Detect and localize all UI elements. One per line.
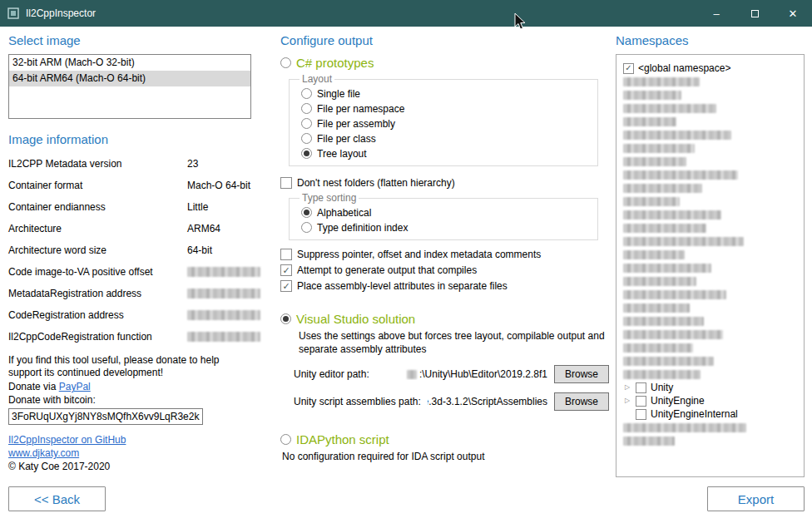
redacted-namespace [623, 197, 680, 206]
app-icon [7, 7, 19, 19]
paypal-link[interactable]: PayPal [59, 381, 91, 392]
idapython-label: IDAPython script [296, 432, 389, 446]
minimize-button[interactable]: – [697, 0, 735, 27]
redacted-namespace [623, 317, 704, 326]
maximize-button[interactable] [735, 0, 774, 27]
visual-studio-label: Visual Studio solution [296, 312, 415, 326]
maximize-icon [751, 10, 759, 17]
namespace-item-redacted[interactable] [623, 288, 800, 301]
namespace-item[interactable]: ▷Unity [623, 381, 800, 394]
output-checkbox[interactable]: Suppress pointer, offset and index metad… [280, 249, 609, 260]
window-title: Il2CppInspector [26, 7, 96, 19]
namespace-item-redacted[interactable] [623, 328, 800, 341]
vs-solution-description: Uses the settings above but forces tree … [299, 329, 620, 356]
info-row: CodeRegistration address [8, 304, 251, 326]
namespace-item-redacted[interactable] [623, 421, 800, 434]
namespace-item-redacted[interactable] [623, 88, 800, 101]
output-checkbox[interactable]: ✓Attempt to generate output that compile… [280, 264, 609, 276]
redacted-namespace [623, 170, 738, 180]
namespace-item-redacted[interactable] [623, 354, 800, 368]
namespace-item-redacted[interactable] [623, 341, 800, 354]
info-label: Container endianness [8, 201, 187, 213]
namespace-item-redacted[interactable] [623, 301, 800, 314]
window-controls: – ✕ [697, 0, 812, 27]
namespace-item-redacted[interactable] [623, 234, 800, 248]
type-sorting-option[interactable]: Type definition index [298, 221, 589, 234]
copyright-text: © Katy Coe 2017-2020 [8, 460, 251, 473]
namespace-list[interactable]: ✓<global namespace>▷Unity▷UnityEngineUni… [616, 54, 805, 477]
image-list-item[interactable]: 64-bit ARM64 (Mach-O 64-bit) [9, 71, 250, 86]
browse-script-button[interactable]: Browse [554, 392, 609, 411]
donate-via-line: Donate via PayPal [8, 380, 251, 393]
github-link[interactable]: Il2CppInspector on GitHub [8, 433, 251, 446]
namespace-item-redacted[interactable] [623, 261, 800, 274]
redacted-namespace [623, 117, 676, 126]
namespace-item-redacted[interactable] [623, 128, 800, 141]
unity-script-path-text: ate.3d-3.1.2\ScriptAssemblies [428, 396, 547, 407]
redacted-value [187, 332, 260, 342]
namespace-item-redacted[interactable] [623, 75, 800, 88]
namespace-item-redacted[interactable] [623, 195, 800, 208]
flatten-checkbox-row[interactable]: Don't nest folders (flatten hierarchy) [280, 177, 609, 189]
namespace-item-redacted[interactable] [623, 221, 800, 234]
donate-text: If you find this tool useful, please don… [8, 354, 235, 379]
back-button[interactable]: << Back [8, 486, 106, 511]
info-value: Mach-O 64-bit [187, 180, 251, 191]
namespace-item-redacted[interactable] [623, 181, 800, 195]
output-checkbox[interactable]: ✓Place assembly-level attributes in sepa… [280, 280, 609, 292]
namespace-item-redacted[interactable] [623, 168, 800, 181]
namespace-item-redacted[interactable] [623, 101, 800, 115]
redacted-namespace [623, 224, 706, 233]
type-sorting-option-label: Alphabetical [317, 207, 371, 219]
type-sorting-group-title: Type sorting [300, 192, 359, 204]
csharp-prototypes-radio[interactable]: C# prototypes [280, 56, 609, 70]
redacted-namespace [623, 91, 681, 100]
layout-option[interactable]: File per namespace [298, 102, 589, 115]
app-window: Il2CppInspector – ✕ Select image 32-bit … [0, 0, 812, 518]
radio-icon [280, 57, 291, 68]
layout-option[interactable]: File per assembly [298, 117, 589, 130]
visual-studio-radio[interactable]: Visual Studio solution [280, 312, 609, 326]
expander-icon[interactable]: ▷ [623, 384, 631, 391]
idapython-description: No configuration required for IDA script… [282, 450, 603, 463]
layout-option[interactable]: Single file [298, 87, 589, 100]
output-checkbox-label: Suppress pointer, offset and index metad… [297, 249, 541, 260]
namespace-item[interactable]: ▷UnityEngine [623, 394, 800, 407]
info-row: ArchitectureARM64 [8, 218, 251, 239]
redacted-namespace [623, 343, 693, 353]
type-sorting-option[interactable]: Alphabetical [298, 206, 589, 219]
info-label: MetadataRegistration address [8, 288, 187, 299]
info-row: MetadataRegistration address [8, 283, 251, 304]
namespace-item-redacted[interactable] [623, 115, 800, 128]
layout-option[interactable]: Tree layout [298, 147, 589, 160]
website-link[interactable]: www.djkaty.com [8, 446, 251, 460]
namespace-item-redacted[interactable] [623, 248, 800, 261]
namespace-item-redacted[interactable] [623, 155, 800, 168]
layout-option[interactable]: File per class [298, 132, 589, 145]
namespace-item-redacted[interactable] [623, 368, 800, 381]
namespace-item[interactable]: UnityEngineInternal [623, 407, 800, 421]
unity-editor-path-label: Unity editor path: [294, 368, 369, 380]
browse-editor-button[interactable]: Browse [554, 365, 609, 383]
redacted-namespace [623, 303, 690, 313]
checkbox-icon [636, 409, 646, 420]
namespace-item-redacted[interactable] [623, 141, 800, 155]
bitcoin-address-input[interactable] [8, 408, 203, 425]
expander-icon[interactable]: ▷ [623, 397, 631, 404]
image-list[interactable]: 32-bit ARM (Mach-O 32-bit)64-bit ARM64 (… [8, 54, 251, 119]
namespace-item-redacted[interactable] [623, 314, 800, 328]
idapython-radio[interactable]: IDAPython script [280, 432, 609, 446]
output-checkbox-label: Place assembly-level attributes in separ… [297, 280, 508, 292]
namespace-item-redacted[interactable] [623, 434, 800, 447]
image-list-item[interactable]: 32-bit ARM (Mach-O 32-bit) [9, 55, 250, 71]
info-row: Container formatMach-O 64-bit [8, 175, 251, 196]
close-button[interactable]: ✕ [774, 0, 812, 27]
namespace-item-redacted[interactable] [623, 274, 800, 288]
info-row: Architecture word size64-bit [8, 239, 251, 261]
namespace-item-redacted[interactable] [623, 208, 800, 221]
radio-icon [301, 148, 312, 159]
export-button[interactable]: Export [707, 486, 805, 511]
namespace-label: UnityEngineInternal [651, 408, 738, 420]
namespace-item[interactable]: ✓<global namespace> [623, 62, 800, 75]
radio-icon [280, 313, 291, 324]
